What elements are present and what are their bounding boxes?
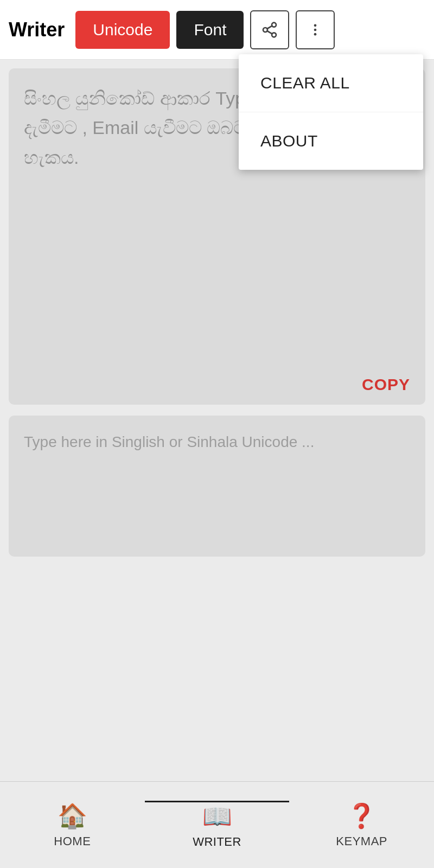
svg-line-3	[267, 31, 272, 34]
more-options-button[interactable]	[296, 10, 335, 49]
clear-all-menu-item[interactable]: CLEAR ALL	[239, 54, 423, 112]
svg-point-5	[314, 24, 317, 27]
svg-line-4	[267, 25, 272, 28]
app-title: Writer	[9, 18, 65, 41]
svg-point-6	[314, 28, 317, 31]
svg-point-7	[314, 33, 317, 35]
font-button[interactable]: Font	[176, 11, 244, 49]
dropdown-overlay	[0, 60, 434, 868]
about-menu-item[interactable]: ABOUT	[239, 112, 423, 170]
share-button[interactable]	[250, 10, 289, 49]
dropdown-menu: CLEAR ALL ABOUT	[239, 54, 423, 170]
unicode-button[interactable]: Unicode	[75, 11, 170, 49]
app-header: Writer Unicode Font	[0, 0, 434, 60]
